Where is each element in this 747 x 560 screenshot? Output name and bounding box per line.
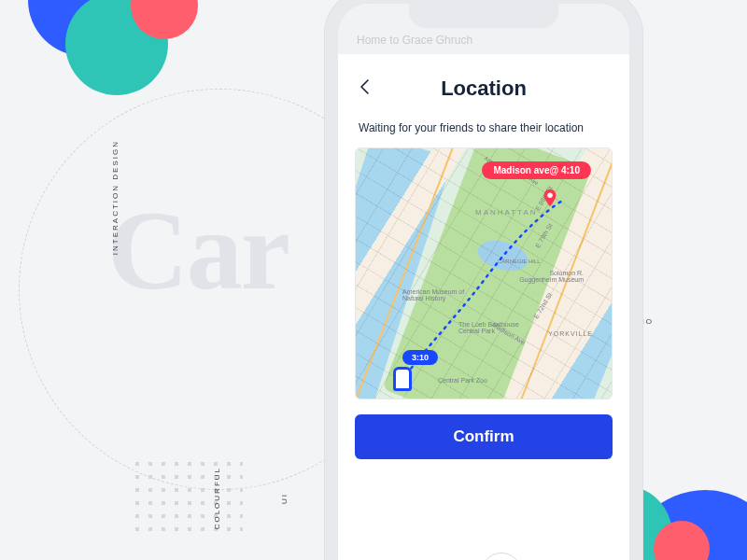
map-label: Solomon R. Guggenheim Museum (518, 270, 584, 283)
label-interaction-design: INTERACTION DESIGN (110, 140, 122, 255)
pickup-badge[interactable]: Madison ave@ 4:10 (482, 161, 591, 179)
waiting-subtitle: Waiting for your friends to share their … (338, 114, 629, 144)
map-view[interactable]: MANHATTAN American Museum of Natural His… (355, 147, 613, 399)
map-label: CARNEGIE HILL (498, 259, 541, 264)
svg-point-0 (547, 193, 553, 199)
status-hint: Home to Grace Ghruch (357, 34, 472, 47)
start-time-badge[interactable]: 3:10 (402, 350, 438, 365)
dot-grid (131, 457, 243, 532)
label-colourful: COLOURFUL (213, 467, 221, 529)
home-indicator-circle (481, 553, 522, 560)
start-pin-icon[interactable] (393, 367, 412, 391)
map-label: MANHATTAN (475, 208, 538, 217)
phone-screen: Home to Grace Ghruch Location Waiting fo… (338, 4, 629, 560)
page-title: Location (441, 77, 527, 101)
label-ui: UI (280, 493, 289, 504)
map-label: American Museum of Natural History (402, 288, 468, 301)
app-header: Location (338, 54, 629, 114)
back-icon[interactable] (357, 78, 374, 95)
confirm-button[interactable]: Confirm (355, 414, 613, 459)
map-label: Central Park Zoo (438, 377, 487, 384)
phone-notch (409, 4, 558, 28)
destination-pin-icon[interactable] (540, 188, 560, 208)
background-word-car: Car (107, 187, 289, 315)
map-label: YORKVILLE (548, 330, 593, 337)
confirm-button-label: Confirm (453, 427, 514, 446)
phone-frame: Home to Grace Ghruch Location Waiting fo… (325, 0, 642, 560)
